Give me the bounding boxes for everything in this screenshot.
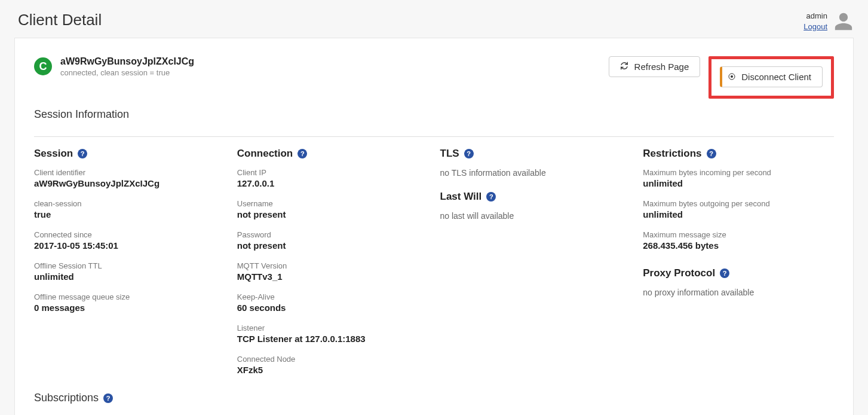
clean-session-value: true <box>34 209 225 219</box>
help-icon[interactable]: ? <box>720 268 729 278</box>
connected-since-label: Connected since <box>34 230 225 239</box>
session-info-heading: Session Information <box>34 108 834 121</box>
proxy-heading: Proxy Protocol <box>643 267 715 279</box>
mqtt-version-value: MQTTv3_1 <box>237 271 428 282</box>
help-icon[interactable]: ? <box>297 149 307 158</box>
restrictions-column: Restrictions ? Maximum bytes incoming pe… <box>643 148 834 386</box>
client-status-text: connected, clean session = true <box>60 68 194 77</box>
current-user: admin <box>803 11 827 22</box>
refresh-button[interactable]: Refresh Page <box>609 56 701 77</box>
help-icon[interactable]: ? <box>78 149 87 158</box>
client-identifier-value: aW9RwGyBunsoyJplZXcIJCg <box>34 178 225 188</box>
tls-column: TLS ? no TLS information available Last … <box>440 148 631 386</box>
clean-session-label: clean-session <box>34 199 225 208</box>
password-value: not present <box>237 240 428 251</box>
proxy-info: no proxy information available <box>643 288 834 297</box>
help-icon[interactable]: ? <box>707 149 716 158</box>
client-id: aW9RwGyBunsoyJplZXcIJCg <box>60 56 194 67</box>
client-status-badge: C <box>34 57 52 75</box>
logout-link[interactable]: Logout <box>803 22 827 31</box>
help-icon[interactable]: ? <box>486 192 496 202</box>
client-ip-label: Client IP <box>237 168 428 177</box>
session-column: Session ? Client identifier aW9RwGyBunso… <box>34 148 225 386</box>
connected-node-label: Connected Node <box>237 355 428 364</box>
keep-alive-label: Keep-Alive <box>237 292 428 301</box>
help-icon[interactable]: ? <box>464 149 474 158</box>
client-identifier-label: Client identifier <box>34 168 225 177</box>
mqtt-version-label: MQTT Version <box>237 261 428 270</box>
user-area: admin Logout <box>803 11 854 32</box>
offline-ttl-value: unlimited <box>34 271 225 282</box>
password-label: Password <box>237 230 428 239</box>
max-bytes-in-label: Maximum bytes incoming per second <box>643 168 834 177</box>
max-msg-size-label: Maximum message size <box>643 230 834 239</box>
username-value: not present <box>237 209 428 219</box>
max-bytes-in-value: unlimited <box>643 178 834 188</box>
last-will-heading: Last Will <box>440 191 482 203</box>
tls-info: no TLS information available <box>440 168 631 178</box>
max-bytes-out-label: Maximum bytes outgoing per second <box>643 199 834 208</box>
listener-value: TCP Listener at 127.0.0.1:1883 <box>237 334 428 344</box>
last-will-info: no last will available <box>440 211 631 221</box>
user-icon <box>833 11 854 32</box>
connected-since-value: 2017-10-05 15:45:01 <box>34 240 225 251</box>
refresh-button-label: Refresh Page <box>634 62 689 72</box>
tls-heading: TLS <box>440 148 459 160</box>
disconnect-highlight: Disconnect Client <box>708 56 834 99</box>
keep-alive-value: 60 seconds <box>237 303 428 313</box>
max-bytes-out-value: unlimited <box>643 209 834 219</box>
offline-queue-value: 0 messages <box>34 303 225 313</box>
subscriptions-heading: Subscriptions <box>34 392 99 404</box>
offline-queue-label: Offline message queue size <box>34 292 225 301</box>
max-msg-size-value: 268.435.456 bytes <box>643 240 834 251</box>
svg-point-1 <box>731 75 733 78</box>
refresh-icon <box>620 62 628 72</box>
page-title: Client Detail <box>18 11 102 29</box>
connection-column: Connection ? Client IP 127.0.0.1 Usernam… <box>237 148 428 386</box>
offline-ttl-label: Offline Session TTL <box>34 261 225 270</box>
session-heading: Session <box>34 148 73 160</box>
username-label: Username <box>237 199 428 208</box>
help-icon[interactable]: ? <box>103 393 113 403</box>
connection-heading: Connection <box>237 148 293 160</box>
stop-icon <box>728 72 735 82</box>
restrictions-heading: Restrictions <box>643 148 701 160</box>
disconnect-button-label: Disconnect Client <box>741 72 811 82</box>
connected-node-value: XFzk5 <box>237 365 428 375</box>
client-ip-value: 127.0.0.1 <box>237 178 428 188</box>
disconnect-button[interactable]: Disconnect Client <box>720 66 823 87</box>
client-detail-panel: C aW9RwGyBunsoyJplZXcIJCg connected, cle… <box>14 38 854 415</box>
listener-label: Listener <box>237 324 428 332</box>
